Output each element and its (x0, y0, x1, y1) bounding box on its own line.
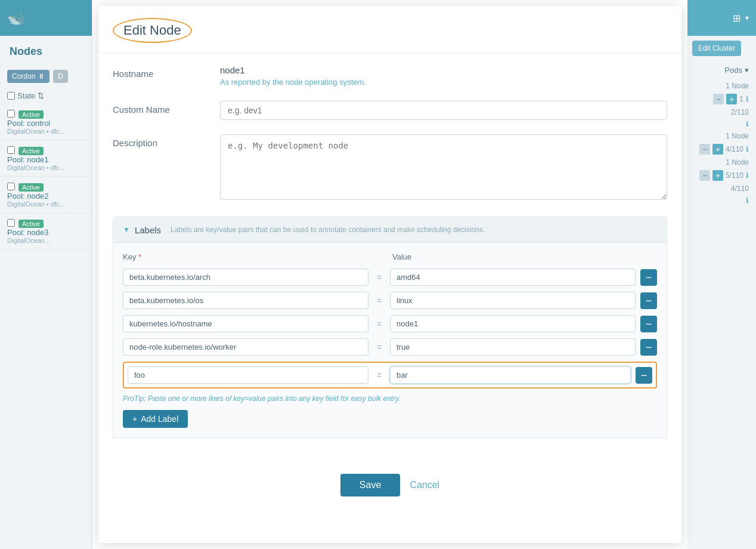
label-value-input-4[interactable] (390, 338, 636, 356)
add-label-text: Add Label (141, 414, 178, 424)
pool-item-node1[interactable]: Active Pool: node1 DigitalOcean • dfc... (0, 140, 92, 177)
fraction-1: 1 (739, 95, 743, 103)
increase-button-1[interactable]: + (726, 94, 737, 104)
status-badge-node1: Active (18, 147, 44, 155)
remove-label-button-3[interactable]: − (640, 316, 657, 332)
app-logo: 🐋 (7, 10, 25, 26)
hostname-row: Hostname node1 As reported by the node o… (113, 65, 667, 87)
modal-title: Edit Node (113, 18, 192, 43)
label-key-input-5[interactable] (128, 366, 368, 384)
eq-sign-5: = (373, 371, 385, 380)
status-badge-node3: Active (18, 220, 44, 228)
modal-header: Edit Node (98, 6, 681, 53)
info-icon-5[interactable]: ℹ (746, 196, 749, 205)
custom-name-content (220, 101, 667, 120)
custom-name-row: Custom Name (113, 101, 667, 120)
state-header: State ⇅ (0, 88, 92, 104)
info-icon-4[interactable]: ℹ (746, 171, 749, 180)
remove-label-button-5[interactable]: − (636, 367, 652, 384)
label-value-input-5[interactable] (390, 366, 631, 384)
labels-columns: Key * Value (123, 252, 657, 261)
custom-name-input[interactable] (220, 101, 667, 120)
labels-header: ▼ Labels Labels are key/value pairs that… (113, 217, 667, 243)
increase-button-4[interactable]: + (712, 170, 723, 181)
pool-checkbox-control[interactable] (7, 110, 15, 118)
fraction-5: 4/110 (687, 182, 756, 195)
pool-item-node2[interactable]: Active Pool: node2 DigitalOcean • dfc... (0, 177, 92, 213)
pool-sub-control: DigitalOcean • dfc... (7, 128, 85, 135)
modal-body: Hostname node1 As reported by the node o… (98, 53, 681, 462)
right-panel: ⊞ ▾ Edit Cluster Pods ▾ 1 Node − + 1 ℹ 2… (687, 0, 756, 549)
cancel-button[interactable]: Cancel (410, 474, 439, 496)
label-value-input-3[interactable] (390, 315, 636, 332)
label-row-2: = − (123, 292, 657, 309)
node-controls-4: − + 5/110 ℹ (687, 169, 756, 182)
grid-icon: ⊞ (733, 13, 740, 24)
label-value-input-1[interactable] (390, 269, 636, 286)
key-column-header: Key * (123, 252, 361, 261)
hostname-content: node1 As reported by the node operating … (220, 65, 667, 87)
remove-label-button-2[interactable]: − (640, 292, 657, 309)
pool-checkbox-node2[interactable] (7, 183, 15, 190)
pool-sub-node1: DigitalOcean • dfc... (7, 164, 85, 171)
remove-label-button-1[interactable]: − (640, 269, 657, 286)
required-indicator: * (138, 252, 141, 261)
pool-item-node3[interactable]: Active Pool: node3 DigitalOcean... (0, 213, 92, 249)
labels-chevron-icon: ▼ (123, 226, 130, 234)
pods-chevron-icon: ▾ (745, 66, 749, 75)
pool-name-node3: Pool: node3 (7, 228, 85, 237)
custom-name-label: Custom Name (113, 101, 208, 115)
pool-item-control[interactable]: Active Pool: control DigitalOcean • dfc.… (0, 104, 92, 140)
info-icon-3[interactable]: ℹ (746, 145, 749, 153)
info-icon-1[interactable]: ℹ (746, 95, 749, 103)
sidebar-controls: Cordon ⏸ D (0, 65, 92, 88)
pool-name-node1: Pool: node1 (7, 155, 85, 164)
increase-button-3[interactable]: + (712, 144, 723, 155)
description-content (220, 134, 667, 202)
edit-cluster-button[interactable]: Edit Cluster (692, 41, 741, 56)
state-checkbox[interactable] (7, 92, 15, 100)
save-button[interactable]: Save (340, 474, 400, 496)
node-info-1: 1 Node (687, 79, 756, 92)
eq-sign-1: = (373, 273, 385, 282)
pool-name-node2: Pool: node2 (7, 192, 85, 201)
pool-checkbox-node1[interactable] (7, 146, 15, 154)
node-controls-3: − + 4/110 ℹ (687, 143, 756, 156)
label-key-input-1[interactable] (123, 269, 368, 286)
sidebar-title: Nodes (0, 36, 92, 65)
label-row-3: = − (123, 315, 657, 332)
pool-checkbox-node3[interactable] (7, 219, 15, 227)
label-key-input-4[interactable] (123, 338, 368, 356)
add-label-button[interactable]: + Add Label (123, 410, 188, 428)
label-row-5-highlighted: = − (123, 362, 657, 388)
description-input[interactable] (220, 134, 667, 200)
pool-sub-node3: DigitalOcean... (7, 237, 85, 244)
remove-label-button-4[interactable]: − (640, 339, 657, 356)
description-row: Description (113, 134, 667, 202)
label-key-input-3[interactable] (123, 315, 368, 332)
modal-overlay: Edit Node Hostname node1 As reported by … (92, 0, 687, 549)
pause-icon: ⏸ (38, 72, 45, 81)
drain-button[interactable]: D (53, 70, 68, 83)
label-key-input-2[interactable] (123, 292, 368, 309)
protip: ProTip: Paste one or more lines of key=v… (123, 394, 657, 403)
labels-body: Key * Value = − (113, 243, 667, 437)
sidebar-header: 🐋 (0, 0, 92, 36)
right-header: ⊞ ▾ (687, 0, 756, 36)
state-label: State (17, 91, 35, 100)
eq-sign-4: = (373, 343, 385, 352)
pods-header: Pods ▾ (687, 61, 756, 79)
label-value-input-2[interactable] (390, 292, 636, 309)
decrease-button-1[interactable]: − (713, 94, 724, 104)
sidebar: 🐋 Nodes Cordon ⏸ D State ⇅ Active Pool: … (0, 0, 92, 549)
hostname-note: As reported by the node operating system… (220, 78, 667, 87)
chevron-down-icon: ▾ (745, 14, 749, 22)
cordon-button[interactable]: Cordon ⏸ (7, 70, 49, 83)
pool-sub-node2: DigitalOcean • dfc... (7, 201, 85, 208)
decrease-button-3[interactable]: − (699, 144, 710, 155)
decrease-button-4[interactable]: − (699, 170, 710, 181)
label-row-4: = − (123, 338, 657, 356)
modal-footer: Save Cancel (98, 462, 681, 514)
labels-description: Labels are key/value pairs that can be u… (171, 226, 485, 234)
info-icon-2[interactable]: ℹ (746, 120, 749, 128)
